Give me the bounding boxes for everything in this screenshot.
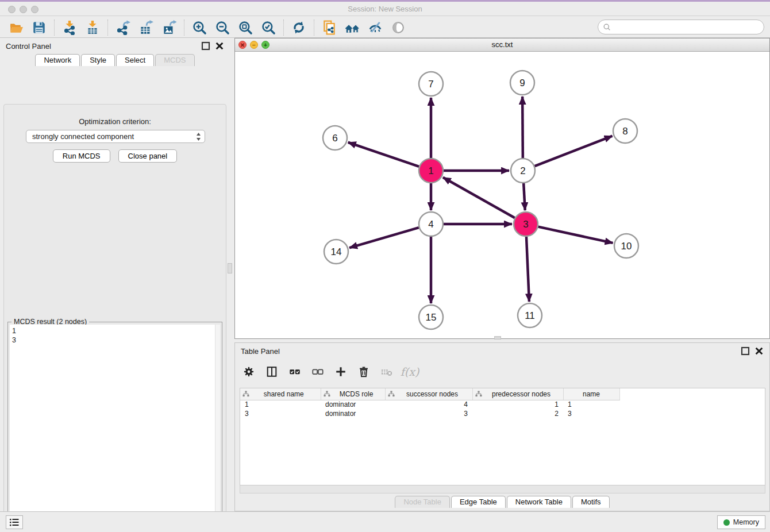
tab-edge-table[interactable]: Edge Table: [451, 496, 506, 508]
refresh-button[interactable]: [287, 18, 310, 37]
column-header-successor-nodes[interactable]: successor nodes: [385, 388, 472, 400]
minimize-window-icon[interactable]: [20, 6, 27, 13]
node-6[interactable]: 6: [323, 126, 347, 150]
close-frame-icon[interactable]: ✕: [238, 41, 247, 49]
maximize-frame-icon[interactable]: +: [261, 41, 270, 49]
zoom-fit-button[interactable]: [234, 18, 257, 37]
zoom-window-icon[interactable]: [31, 6, 38, 13]
save-session-button[interactable]: [28, 18, 51, 37]
tab-network[interactable]: Network: [35, 54, 80, 66]
close-panel-icon[interactable]: [215, 41, 224, 51]
task-history-button[interactable]: [6, 515, 23, 529]
edge-3-10[interactable]: [538, 227, 613, 243]
gear-button[interactable]: [241, 364, 257, 380]
edge-3-1[interactable]: [443, 178, 515, 218]
table-row[interactable]: 1dominator411: [240, 400, 619, 409]
edge-2-3[interactable]: [523, 183, 525, 210]
run-mcds-button[interactable]: Run MCDS: [53, 149, 110, 163]
splitter-handle[interactable]: [228, 263, 232, 273]
home-layout-button[interactable]: [341, 18, 364, 37]
search-input[interactable]: [611, 23, 764, 32]
node-10[interactable]: 10: [614, 234, 638, 258]
minimize-frame-icon[interactable]: −: [250, 41, 258, 49]
result-scrollbar[interactable]: [215, 325, 220, 532]
search-field[interactable]: [598, 20, 764, 34]
import-network-button[interactable]: [58, 18, 81, 37]
tab-network-table[interactable]: Network Table: [507, 496, 571, 508]
mcds-result-fieldset: MCDS result (2 nodes) 1 3: [7, 322, 222, 532]
function-builder-button[interactable]: f(x): [402, 364, 418, 380]
float-table-panel-icon[interactable]: [741, 346, 750, 356]
node-table[interactable]: shared nameMCDS rolesuccessor nodesprede…: [240, 388, 765, 485]
close-window-icon[interactable]: [8, 6, 16, 13]
add-button[interactable]: [333, 364, 349, 380]
network-canvas[interactable]: 7968124314101511: [235, 52, 769, 338]
node-table-grid: shared nameMCDS rolesuccessor nodesprede…: [240, 388, 620, 418]
svg-text:15: 15: [426, 312, 437, 323]
node-14[interactable]: 14: [324, 240, 348, 264]
zoom-out-button[interactable]: [211, 18, 234, 37]
close-table-panel-icon[interactable]: [754, 346, 764, 356]
list-icon: [9, 518, 20, 527]
node-9[interactable]: 9: [510, 71, 534, 95]
close-panel-button[interactable]: Close panel: [118, 149, 178, 163]
zoom-selected-button[interactable]: [257, 18, 280, 37]
svg-text:3: 3: [523, 219, 528, 230]
tab-node-table[interactable]: Node Table: [395, 496, 450, 508]
column-header-predecessor-nodes[interactable]: predecessor nodes: [472, 388, 563, 400]
open-file-button[interactable]: [5, 18, 28, 37]
column-header-shared-name[interactable]: shared name: [240, 388, 321, 400]
node-15[interactable]: 15: [419, 305, 443, 329]
float-panel-icon[interactable]: [201, 41, 210, 51]
export-network-button[interactable]: [111, 18, 134, 37]
search-icon: [603, 23, 611, 32]
delete-button[interactable]: [356, 364, 372, 380]
control-panel: Control Panel NetworkStyleSelectMCDS Opt…: [0, 38, 230, 511]
node-1[interactable]: 1: [419, 159, 443, 183]
svg-text:8: 8: [622, 126, 627, 137]
node-4[interactable]: 4: [419, 212, 443, 236]
edge-3-11[interactable]: [526, 237, 529, 302]
tab-mcds[interactable]: MCDS: [155, 54, 194, 66]
toolbar-separator: [283, 20, 284, 36]
table-row[interactable]: 3dominator323: [240, 409, 619, 418]
hide-panel-button[interactable]: [364, 18, 387, 37]
tab-motifs[interactable]: Motifs: [572, 496, 610, 508]
criterion-select[interactable]: strongly connected component: [26, 130, 205, 143]
delete-table-button[interactable]: [379, 364, 395, 380]
eye-button[interactable]: [387, 18, 410, 37]
network-window-titlebar[interactable]: ✕ − + scc.txt: [235, 38, 769, 52]
export-network-icon: [116, 20, 130, 35]
column-header-name[interactable]: name: [563, 388, 619, 400]
edge-2-8[interactable]: [535, 136, 613, 166]
deselect-all-button[interactable]: [310, 364, 326, 380]
node-2[interactable]: 2: [511, 159, 535, 183]
column-button[interactable]: [264, 364, 280, 380]
network-resize-grip[interactable]: [494, 336, 501, 340]
column-header-MCDS-role[interactable]: MCDS role: [321, 388, 385, 400]
edge-2-9[interactable]: [522, 97, 523, 158]
node-8[interactable]: 8: [613, 119, 637, 143]
node-11[interactable]: 11: [518, 303, 542, 327]
edge-1-6[interactable]: [348, 142, 419, 167]
memory-label: Memory: [733, 518, 759, 526]
export-image-button[interactable]: [157, 18, 180, 37]
import-network-icon: [62, 20, 77, 35]
table-hscrollbar[interactable]: [240, 485, 765, 494]
memory-button[interactable]: Memory: [717, 515, 765, 529]
mcds-result-text[interactable]: 1 3: [10, 325, 215, 532]
import-table-button[interactable]: [81, 18, 104, 37]
select-all-button[interactable]: [287, 364, 303, 380]
zoom-in-button[interactable]: [188, 18, 211, 37]
tab-select[interactable]: Select: [116, 54, 154, 66]
node-3[interactable]: 3: [514, 212, 538, 236]
clone-network-button[interactable]: [318, 18, 341, 37]
node-7[interactable]: 7: [419, 72, 443, 96]
criterion-value: strongly connected component: [32, 132, 196, 141]
toolbar-separator: [107, 20, 108, 36]
export-table-button[interactable]: [134, 18, 157, 37]
svg-text:7: 7: [428, 79, 433, 90]
svg-text:11: 11: [525, 310, 535, 321]
tab-style[interactable]: Style: [81, 54, 115, 66]
edge-4-14[interactable]: [349, 228, 419, 248]
